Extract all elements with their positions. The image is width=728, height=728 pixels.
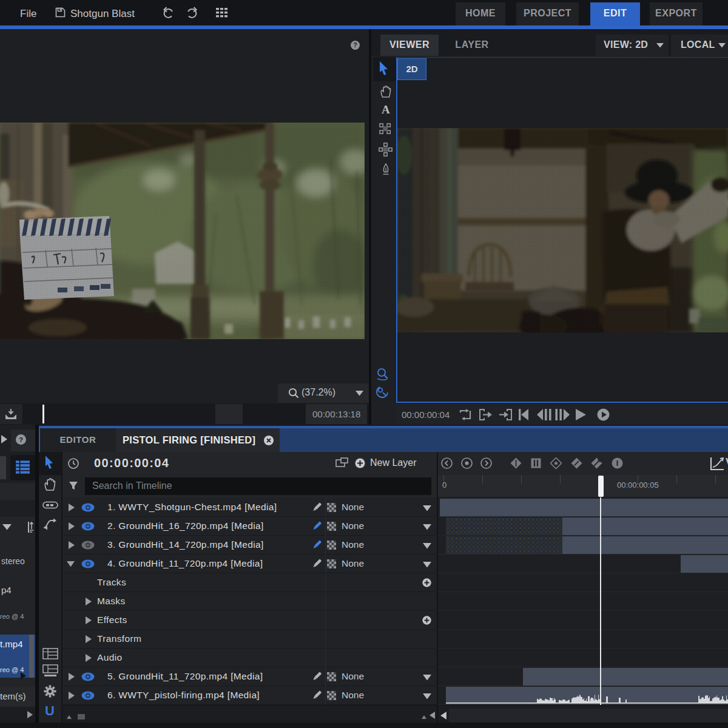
svg-text:?: ?	[353, 41, 357, 49]
svg-text:?: ?	[19, 436, 23, 443]
